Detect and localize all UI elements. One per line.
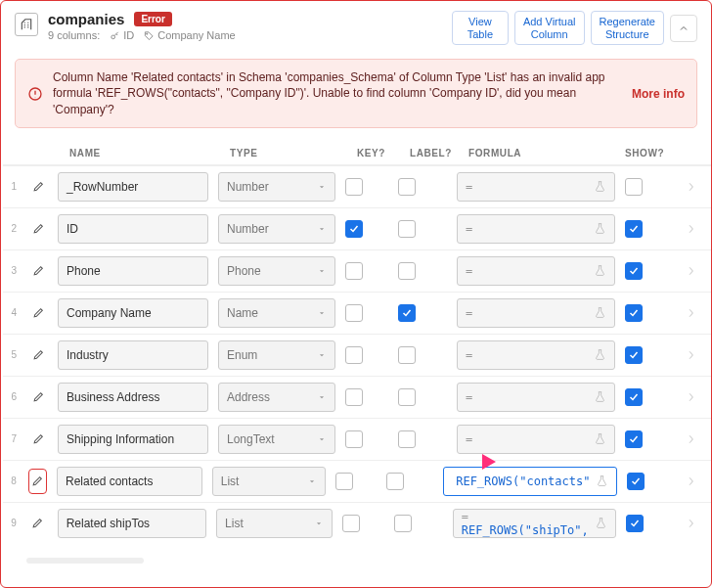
chevron-down-icon <box>317 224 327 234</box>
key-checkbox[interactable] <box>345 220 363 238</box>
column-name-field[interactable]: Business Address <box>58 383 208 412</box>
label-checkbox[interactable] <box>398 346 416 364</box>
row-expand-icon[interactable] <box>684 306 697 320</box>
key-checkbox[interactable] <box>345 388 363 406</box>
row-expand-icon[interactable] <box>684 390 697 404</box>
show-checkbox[interactable] <box>625 220 643 238</box>
key-checkbox[interactable] <box>345 262 363 280</box>
edit-column-button[interactable] <box>28 342 48 368</box>
formula-field[interactable]: = <box>457 340 615 370</box>
row-expand-icon[interactable] <box>684 180 697 194</box>
label-checkbox[interactable] <box>394 515 412 532</box>
key-checkbox[interactable] <box>335 473 353 490</box>
label-checkbox[interactable] <box>386 473 404 490</box>
show-checkbox[interactable] <box>626 515 644 532</box>
formula-field[interactable]: = <box>457 425 615 454</box>
col-header-key: KEY? <box>357 148 400 158</box>
row-index: 1 <box>9 181 19 192</box>
formula-field[interactable]: = <box>457 298 615 328</box>
row-expand-icon[interactable] <box>684 264 697 278</box>
key-checkbox[interactable] <box>345 346 363 364</box>
key-chip: ID <box>110 29 134 41</box>
key-checkbox[interactable] <box>345 304 363 322</box>
view-table-button[interactable]: View Table <box>452 11 509 45</box>
chevron-up-icon <box>678 23 690 34</box>
key-icon <box>110 30 120 41</box>
horizontal-scrollbar[interactable] <box>26 558 144 564</box>
regenerate-structure-button[interactable]: Regenerate Structure <box>591 11 665 45</box>
column-name-field[interactable]: Shipping Information <box>58 425 208 454</box>
column-type-select[interactable]: LongText <box>218 425 335 454</box>
label-checkbox[interactable] <box>398 178 416 196</box>
edit-column-button[interactable] <box>28 174 48 200</box>
formula-field[interactable]: = <box>457 256 615 286</box>
column-name-field[interactable]: Industry <box>58 340 208 370</box>
column-type-select[interactable]: Number <box>218 172 335 202</box>
row-expand-icon[interactable] <box>684 348 697 362</box>
label-checkbox[interactable] <box>398 262 416 280</box>
column-type-select[interactable]: Enum <box>218 340 335 370</box>
formula-field[interactable]: = <box>457 172 615 202</box>
show-checkbox[interactable] <box>625 262 643 280</box>
table-icon <box>15 13 38 36</box>
chevron-down-icon <box>317 434 327 444</box>
formula-field[interactable]: = <box>457 214 615 244</box>
column-name-field[interactable]: Related shipTos <box>58 509 206 538</box>
formula-field[interactable]: REF_ROWS("contacts" <box>443 467 617 496</box>
key-checkbox[interactable] <box>342 515 360 532</box>
show-checkbox[interactable] <box>625 346 643 364</box>
column-type-select[interactable]: Address <box>218 383 335 412</box>
column-name-field[interactable]: Phone <box>58 256 208 286</box>
label-checkbox[interactable] <box>398 304 416 322</box>
column-name-field[interactable]: Company Name <box>58 298 208 328</box>
column-type-select[interactable]: Name <box>218 298 335 328</box>
column-name-field[interactable]: Related contacts <box>57 467 202 496</box>
label-checkbox[interactable] <box>398 220 416 238</box>
label-checkbox[interactable] <box>398 388 416 406</box>
row-expand-icon[interactable] <box>684 222 697 236</box>
beaker-icon <box>595 517 607 529</box>
column-name-field[interactable]: _RowNumber <box>58 172 208 202</box>
column-type-select[interactable]: List <box>216 509 333 538</box>
edit-column-button[interactable] <box>28 469 47 494</box>
show-checkbox[interactable] <box>625 430 643 448</box>
show-checkbox[interactable] <box>625 388 643 406</box>
edit-column-button[interactable] <box>28 258 48 284</box>
columns-count: 9 columns: <box>48 29 100 41</box>
edit-column-button[interactable] <box>28 384 48 410</box>
column-name-field[interactable]: ID <box>58 214 208 244</box>
show-checkbox[interactable] <box>625 304 643 322</box>
add-virtual-column-button[interactable]: Add Virtual Column <box>514 11 585 45</box>
column-type-select[interactable]: List <box>212 467 326 496</box>
more-info-link[interactable]: More info <box>632 87 685 101</box>
key-checkbox[interactable] <box>345 178 363 196</box>
col-header-show: SHOW? <box>625 148 674 158</box>
table-row: 3PhonePhone= <box>3 249 711 292</box>
chevron-down-icon <box>317 350 327 360</box>
collapse-button[interactable] <box>670 15 697 42</box>
table-title: companies <box>48 11 124 27</box>
table-row: 5IndustryEnum= <box>3 334 711 376</box>
show-checkbox[interactable] <box>627 473 645 490</box>
row-expand-icon[interactable] <box>685 475 697 488</box>
row-expand-icon[interactable] <box>684 517 697 530</box>
show-checkbox[interactable] <box>625 178 643 196</box>
table-head: NAME TYPE KEY? LABEL? FORMULA SHOW? <box>3 148 711 165</box>
edit-column-button[interactable] <box>28 427 48 452</box>
header-actions: View Table Add Virtual Column Regenerate… <box>452 11 697 45</box>
row-index: 7 <box>9 433 19 444</box>
column-type-select[interactable]: Number <box>218 214 335 244</box>
edit-column-button[interactable] <box>28 511 48 536</box>
row-expand-icon[interactable] <box>684 432 697 446</box>
error-badge: Error <box>134 12 171 26</box>
col-header-formula: FORMULA <box>468 148 615 158</box>
row-index: 3 <box>9 265 19 276</box>
key-checkbox[interactable] <box>345 430 363 448</box>
column-type-select[interactable]: Phone <box>218 256 335 286</box>
formula-field[interactable]: = <box>457 383 615 412</box>
label-checkbox[interactable] <box>398 430 416 448</box>
edit-column-button[interactable] <box>28 216 48 242</box>
tag-icon <box>144 30 155 41</box>
edit-column-button[interactable] <box>28 300 48 326</box>
formula-field[interactable]: = REF_ROWS("shipTo", <box>453 509 616 538</box>
